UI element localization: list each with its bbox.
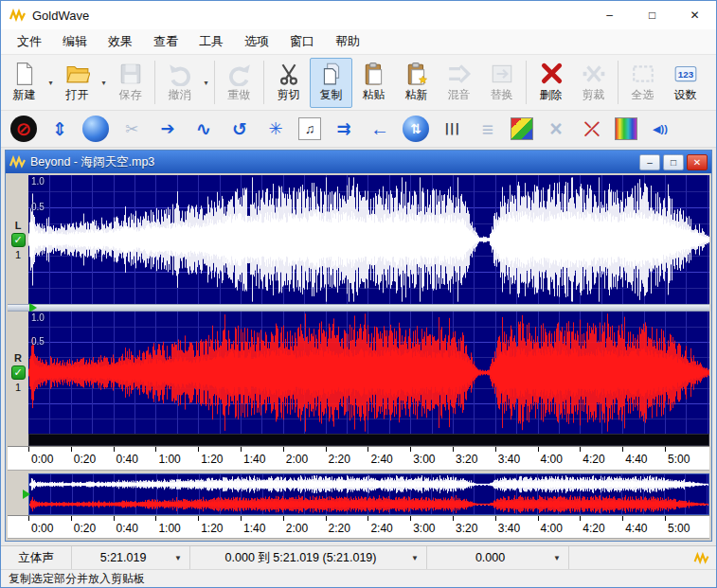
toolbar-button-trim[interactable]: 剪裁 bbox=[572, 58, 615, 108]
trim-icon bbox=[582, 62, 606, 86]
spectrum-icon[interactable] bbox=[511, 117, 533, 140]
time-axis[interactable]: 0:000:200:401:001:201:402:002:202:403:00… bbox=[8, 446, 709, 471]
overview-playback-marker[interactable] bbox=[23, 490, 30, 499]
toolbar-button-select-all[interactable]: 全选 bbox=[621, 58, 664, 108]
toolbar-button-mix[interactable]: 混音 bbox=[438, 58, 480, 108]
palette-icon[interactable] bbox=[615, 117, 637, 140]
wave-icon[interactable]: ∿ bbox=[190, 116, 217, 142]
selection-dropdown[interactable]: 0.000 到 5:21.019 (5:21.019) ▼ bbox=[190, 546, 427, 569]
menu-item-window[interactable]: 窗口 bbox=[279, 29, 325, 54]
time-tick: 1:00 bbox=[155, 522, 180, 535]
toolbar-button-label: 重做 bbox=[228, 87, 251, 103]
minimize-button[interactable]: – bbox=[588, 1, 631, 29]
goldwave-window: GoldWave – □ ✕ 文件编辑效果查看工具选项窗口帮助 新建▾打开▾保存… bbox=[0, 0, 717, 588]
open-folder-icon bbox=[65, 62, 90, 86]
cross-muted-icon[interactable]: × bbox=[543, 116, 569, 142]
position-dropdown[interactable]: 0.000 ▼ bbox=[427, 546, 569, 569]
toolbar-button-cut[interactable]: 剪切 bbox=[267, 58, 310, 108]
channel-enabled-check-icon[interactable]: ✓ bbox=[11, 233, 26, 247]
toolbar-button-label: 全选 bbox=[632, 87, 654, 103]
forward-icon[interactable]: ⇉ bbox=[331, 116, 357, 142]
toolbar-button-set[interactable]: 123设数 bbox=[664, 58, 707, 108]
set-number-icon: 123 bbox=[673, 62, 698, 86]
chevron-down-icon[interactable]: ▼ bbox=[411, 554, 419, 562]
time-tick: 2:00 bbox=[283, 453, 308, 466]
menu-item-file[interactable]: 文件 bbox=[7, 29, 52, 54]
editor-content: L ✓ 1 1.0 0.5 R bbox=[6, 173, 711, 541]
toolbar-dropdown-new[interactable]: ▾ bbox=[45, 58, 56, 108]
toolbar-dropdown-undo[interactable]: ▾ bbox=[201, 58, 211, 108]
menu-item-effects[interactable]: 效果 bbox=[98, 29, 143, 54]
toolbar-dropdown-open[interactable]: ▾ bbox=[99, 58, 109, 108]
time-tick: 4:20 bbox=[580, 453, 604, 466]
time-tick: 2:20 bbox=[326, 522, 350, 535]
time-tick: 5:00 bbox=[665, 522, 690, 535]
swap-channels-icon[interactable]: ⤫ bbox=[579, 116, 605, 142]
position-value: 0.000 bbox=[435, 551, 546, 564]
undo-icon bbox=[168, 62, 192, 86]
speaker-icon[interactable]: ◀)) bbox=[647, 116, 673, 142]
time-tick: 3:40 bbox=[495, 453, 520, 466]
loop-icon[interactable]: ↺ bbox=[226, 116, 253, 142]
new-file-icon bbox=[12, 62, 37, 86]
overview-waveform[interactable] bbox=[28, 473, 709, 515]
overview-time-axis[interactable]: 0:000:200:401:001:201:402:002:202:403:00… bbox=[8, 515, 709, 539]
toolbar-button-open[interactable]: 打开 bbox=[56, 58, 99, 108]
prohibit-icon[interactable]: ⊘ bbox=[10, 116, 37, 142]
close-button[interactable]: ✕ bbox=[673, 1, 716, 29]
waveform-scrollbar[interactable] bbox=[8, 434, 709, 446]
toolbar-button-paste[interactable]: 粘贴 bbox=[352, 58, 395, 108]
time-tick: 1:40 bbox=[241, 453, 265, 466]
channel-marker: 1 bbox=[15, 249, 21, 260]
menu-item-tools[interactable]: 工具 bbox=[188, 29, 234, 54]
menu-item-edit[interactable]: 编辑 bbox=[52, 29, 98, 54]
time-tick: 3:20 bbox=[453, 522, 477, 535]
time-tick: 0:00 bbox=[28, 522, 53, 535]
chevron-down-icon[interactable]: ▼ bbox=[174, 554, 182, 562]
toolbar-button-save[interactable]: 保存 bbox=[109, 58, 152, 108]
chevron-down-icon[interactable]: ▼ bbox=[553, 554, 561, 562]
faders-icon[interactable]: ☰ bbox=[439, 116, 465, 142]
editor-close-button[interactable]: ✕ bbox=[687, 154, 708, 170]
toolbar-separator bbox=[154, 61, 155, 104]
menu-item-help[interactable]: 帮助 bbox=[325, 29, 370, 54]
scroll-sphere-icon[interactable]: ⇅ bbox=[403, 116, 429, 142]
toolbar-button-undo[interactable]: 撤消 bbox=[158, 58, 201, 108]
toolbar-button-delete[interactable]: 删除 bbox=[529, 58, 572, 108]
time-tick: 4:40 bbox=[622, 453, 647, 466]
toolbar-button-copy[interactable]: 复制 bbox=[310, 58, 352, 108]
right-waveform[interactable]: 1.0 0.5 bbox=[28, 312, 709, 434]
toolbar-button-paste-new[interactable]: 粘新 bbox=[395, 58, 438, 108]
title-bar: GoldWave – □ ✕ bbox=[1, 1, 716, 29]
scrollbar-track[interactable] bbox=[28, 434, 709, 446]
editor-minimize-button[interactable]: – bbox=[639, 154, 660, 170]
menu-item-options[interactable]: 选项 bbox=[234, 29, 279, 54]
toolbar-separator bbox=[214, 61, 215, 104]
maximize-button[interactable]: □ bbox=[631, 1, 673, 29]
rewind-icon[interactable]: ← bbox=[367, 116, 393, 142]
toolbar-button-redo[interactable]: 重做 bbox=[218, 58, 260, 108]
fit-vertical-icon[interactable]: ⇕ bbox=[46, 116, 73, 142]
menu-item-view[interactable]: 查看 bbox=[143, 29, 188, 54]
layers-muted-icon[interactable]: ≡ bbox=[475, 116, 501, 142]
length-dropdown[interactable]: 5:21.019 ▼ bbox=[72, 546, 190, 569]
gear-icon[interactable]: ✳ bbox=[262, 116, 289, 142]
time-tick: 1:20 bbox=[198, 453, 223, 466]
editor-maximize-button[interactable]: □ bbox=[663, 154, 684, 170]
overview-row bbox=[8, 473, 709, 515]
control-bar: 立体声 5:21.019 ▼ 0.000 到 5:21.019 (5:21.01… bbox=[1, 545, 716, 569]
channel-marker: 1 bbox=[15, 382, 21, 393]
channel-divider[interactable] bbox=[8, 304, 709, 312]
toolbar-button-label: 设数 bbox=[674, 87, 697, 103]
goto-icon[interactable]: ➔ bbox=[154, 116, 181, 142]
time-tick: 0:20 bbox=[71, 522, 96, 535]
file-icon bbox=[9, 155, 27, 169]
score-icon[interactable]: ♫ bbox=[298, 117, 321, 140]
toolbar-separator bbox=[263, 61, 264, 104]
sphere-icon[interactable] bbox=[82, 116, 109, 142]
channel-enabled-check-icon[interactable]: ✓ bbox=[11, 365, 26, 380]
toolbar-button-new[interactable]: 新建 bbox=[3, 58, 45, 108]
scissors-muted-icon[interactable]: ✂ bbox=[118, 116, 145, 142]
left-waveform[interactable]: 1.0 0.5 bbox=[28, 175, 709, 304]
toolbar-button-replace[interactable]: 替换 bbox=[480, 58, 523, 108]
